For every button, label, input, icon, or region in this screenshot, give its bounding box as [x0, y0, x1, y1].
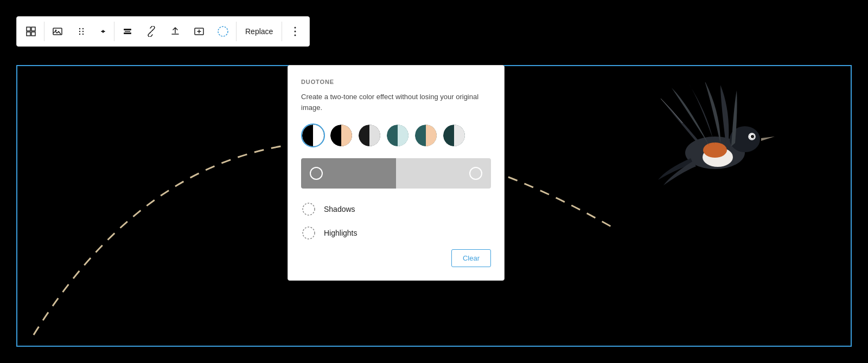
media-controls: [46, 20, 113, 43]
svg-rect-1: [31, 27, 35, 31]
swatch-dark-teal-white[interactable]: [442, 124, 466, 147]
shadows-label: Shadows: [324, 205, 355, 213]
highlights-label: Highlights: [324, 229, 357, 237]
shadows-circle-handle[interactable]: [310, 167, 323, 180]
svg-rect-13: [124, 33, 131, 34]
svg-point-21: [703, 142, 727, 158]
duotone-panel: DUOTONE Create a two-tone color effect w…: [288, 65, 505, 281]
transform-button[interactable]: [19, 20, 43, 43]
divider-2: [114, 22, 114, 41]
duotone-description: Create a two-tone color effect without l…: [301, 92, 491, 113]
highlights-circle-handle[interactable]: [469, 167, 482, 180]
clear-button-row: Clear: [301, 249, 491, 267]
svg-rect-12: [124, 29, 131, 30]
svg-rect-3: [31, 32, 35, 36]
svg-point-5: [55, 30, 57, 31]
link-button[interactable]: [139, 20, 163, 43]
swatch-black-peach[interactable]: [329, 124, 353, 147]
divider-1: [44, 22, 44, 41]
replace-button[interactable]: Replace: [238, 20, 280, 43]
clear-button[interactable]: Clear: [451, 249, 491, 267]
more-options-button[interactable]: [283, 20, 307, 43]
svg-rect-2: [27, 32, 30, 36]
shadows-row[interactable]: Shadows: [301, 202, 491, 217]
svg-point-10: [79, 34, 80, 35]
svg-point-9: [82, 31, 84, 32]
svg-point-8: [79, 31, 80, 32]
drag-handle-button[interactable]: [69, 20, 93, 43]
svg-point-17: [295, 31, 296, 33]
align-button[interactable]: [116, 20, 139, 43]
color-range-bar[interactable]: [301, 158, 491, 189]
highlights-icon: [301, 225, 316, 241]
image-button[interactable]: [46, 20, 69, 43]
bird-image: [655, 82, 786, 202]
svg-point-34: [303, 227, 315, 239]
swatch-bw[interactable]: [301, 124, 325, 147]
move-button[interactable]: [93, 20, 113, 43]
divider-3: [236, 22, 237, 41]
text-overlay-button[interactable]: [187, 20, 211, 43]
duotone-panel-title: DUOTONE: [301, 79, 491, 85]
svg-point-18: [295, 35, 296, 36]
svg-rect-0: [27, 27, 30, 31]
duotone-button[interactable]: [211, 20, 235, 43]
svg-point-25: [751, 135, 754, 138]
highlights-range-light[interactable]: [396, 158, 491, 189]
upload-button[interactable]: [163, 20, 187, 43]
divider-4: [282, 22, 282, 41]
duotone-swatches: [301, 124, 491, 147]
svg-point-11: [82, 34, 84, 35]
shadows-icon: [301, 202, 316, 217]
swatch-black-white2[interactable]: [358, 124, 381, 147]
svg-point-16: [295, 27, 296, 29]
svg-point-33: [303, 203, 315, 215]
svg-point-15: [218, 27, 228, 36]
svg-point-7: [82, 28, 84, 29]
shadows-range-dark[interactable]: [301, 158, 396, 189]
svg-marker-23: [761, 137, 775, 141]
block-toolbar: Replace: [16, 16, 310, 47]
swatch-teal-peach[interactable]: [414, 124, 438, 147]
svg-point-6: [79, 28, 80, 29]
swatch-teal-white[interactable]: [386, 124, 410, 147]
highlights-row[interactable]: Highlights: [301, 225, 491, 241]
bird-svg: [655, 82, 786, 202]
